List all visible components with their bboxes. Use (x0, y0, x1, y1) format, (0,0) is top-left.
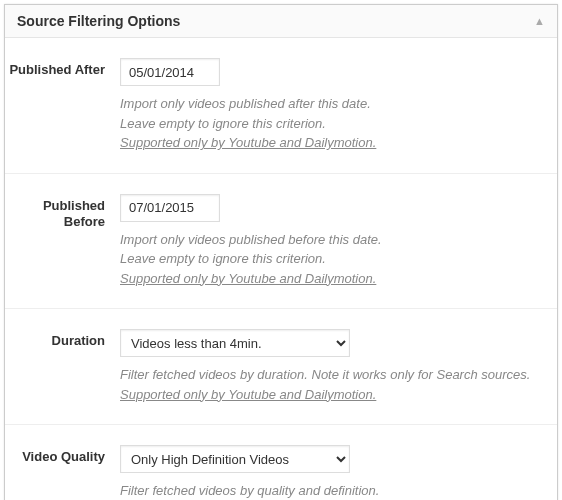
published-after-row: Published After Import only videos publi… (5, 38, 557, 174)
support-note: Supported only by Youtube and Dailymotio… (120, 385, 376, 405)
collapse-icon[interactable]: ▲ (534, 15, 545, 27)
published-after-help: Import only videos published after this … (120, 94, 545, 153)
published-before-help: Import only videos published before this… (120, 230, 545, 289)
help-text: Filter fetched videos by duration. Note … (120, 365, 545, 385)
duration-help: Filter fetched videos by duration. Note … (120, 365, 545, 404)
help-text: Leave empty to ignore this criterion. (120, 114, 545, 134)
help-text: Import only videos published before this… (120, 230, 545, 250)
published-before-row: Published Before Import only videos publ… (5, 174, 557, 310)
published-before-label: Published Before (5, 198, 105, 232)
duration-select[interactable]: Videos less than 4min. (120, 329, 350, 357)
support-note: Supported only by Youtube and Dailymotio… (120, 269, 376, 289)
published-before-input[interactable] (120, 194, 220, 222)
published-after-label: Published After (9, 62, 105, 79)
support-note: Supported only by Youtube and Dailymotio… (120, 133, 376, 153)
video-quality-help: Filter fetched videos by quality and def… (120, 481, 545, 500)
video-quality-select[interactable]: Only High Definition Videos (120, 445, 350, 473)
panel-title: Source Filtering Options (17, 13, 180, 29)
help-text: Filter fetched videos by quality and def… (120, 481, 545, 500)
duration-label: Duration (52, 333, 105, 350)
video-quality-label: Video Quality (22, 449, 105, 466)
panel-body: Published After Import only videos publi… (5, 38, 557, 500)
help-text: Leave empty to ignore this criterion. (120, 249, 545, 269)
video-quality-row: Video Quality Only High Definition Video… (5, 425, 557, 500)
help-text: Import only videos published after this … (120, 94, 545, 114)
panel-header[interactable]: Source Filtering Options ▲ (5, 5, 557, 38)
published-after-input[interactable] (120, 58, 220, 86)
duration-row: Duration Videos less than 4min. Filter f… (5, 309, 557, 425)
source-filtering-panel: Source Filtering Options ▲ Published Aft… (4, 4, 558, 500)
